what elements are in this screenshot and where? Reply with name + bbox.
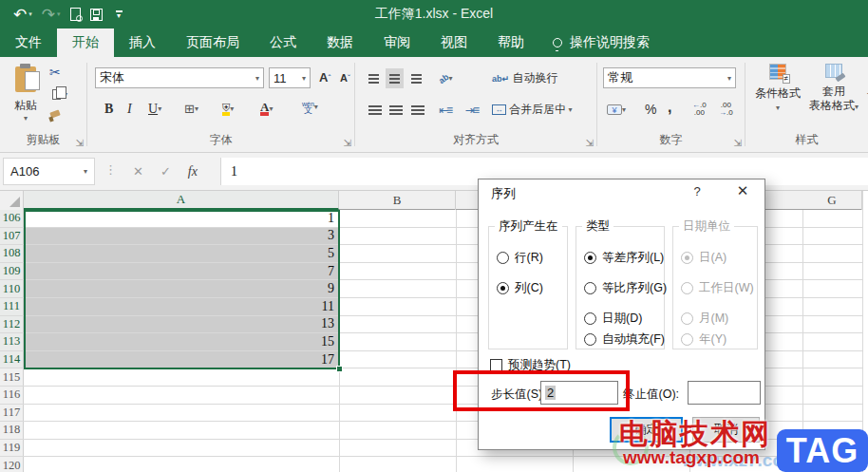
cell-styles-button-partial[interactable]: 单 (863, 65, 868, 99)
tell-me-search[interactable]: 操作说明搜索 (539, 28, 650, 57)
cut-button[interactable]: ✂ (49, 65, 67, 80)
radio-columns[interactable]: 列(C) (497, 280, 543, 296)
underline-button[interactable]: U▾ (144, 99, 165, 119)
cell-a107: 3 (24, 228, 339, 245)
decrease-indent-button[interactable]: ⇤≡ (435, 100, 455, 120)
trend-checkbox-row[interactable]: 预测趋势(T) (490, 357, 571, 373)
stop-value-input[interactable] (688, 381, 761, 405)
series-in-label: 序列产生在 (495, 218, 562, 235)
cell-a115 (24, 368, 339, 386)
clipboard-paste-icon (15, 66, 36, 92)
tell-me-label: 操作说明搜索 (570, 34, 650, 51)
insert-function-button[interactable]: fx (188, 164, 198, 179)
align-right-button[interactable] (407, 100, 428, 120)
step-value-input[interactable]: 2 (540, 381, 618, 405)
redo-button[interactable]: ↷▾ (42, 7, 61, 23)
font-dialog-launcher[interactable]: ⇲ (344, 138, 351, 148)
radio-icon (681, 282, 693, 294)
conditional-formatting-button[interactable]: 条件格式 ▾ (751, 65, 804, 115)
select-all-corner[interactable] (0, 191, 24, 210)
enter-entry-button[interactable]: ✓ (160, 164, 171, 179)
decrease-font-button[interactable]: Aˇ (336, 67, 354, 87)
bottom-align-button[interactable] (407, 68, 425, 88)
radio-month[interactable]: 月(M) (681, 311, 728, 327)
format-as-table-button[interactable]: 套用 表格格式▾ (808, 65, 859, 114)
radio-growth[interactable]: 等比序列(G) (584, 280, 667, 296)
accounting-format-button[interactable]: ¥▾ (603, 100, 630, 120)
column-header-b[interactable]: B (339, 191, 456, 210)
merge-center-button[interactable]: ↔ 合并后居中 ▾ (488, 100, 576, 120)
number-dialog-launcher[interactable]: ⇲ (734, 138, 742, 148)
row-120[interactable]: 120 (0, 457, 862, 472)
align-center-button[interactable] (386, 100, 406, 120)
cancel-button[interactable]: 取消 (692, 417, 760, 443)
italic-button[interactable]: I (123, 99, 136, 119)
stop-value-label: 终止值(O): (623, 387, 679, 403)
format-painter-icon (49, 110, 61, 122)
orientation-button[interactable]: ab▾ (435, 68, 457, 88)
column-header-g[interactable]: G (802, 191, 862, 210)
dialog-title-bar[interactable]: 序列 (479, 179, 764, 208)
radio-year[interactable]: 年(Y) (681, 331, 726, 348)
alignment-group: ab▾ ab↵ 自动换行 ⇤≡ ⇥≡ ↔ 合并后居中 ▾ 对齐方式 ⇲ (355, 57, 596, 152)
clipboard-dialog-launcher[interactable]: ⇲ (76, 138, 84, 148)
dialog-close-button[interactable]: ✕ (728, 182, 757, 203)
undo-button[interactable]: ↶▾ (13, 7, 32, 23)
format-painter-button[interactable] (49, 108, 67, 123)
paste-button[interactable]: 粘贴 ▾ (8, 65, 44, 139)
radio-autofill[interactable]: 自动填充(F) (584, 331, 665, 348)
tab-formulas[interactable]: 公式 (255, 28, 311, 57)
save-button[interactable] (90, 9, 103, 21)
fill-color-button[interactable]: ⛨▾ (218, 99, 237, 119)
radio-weekday[interactable]: 工作日(W) (681, 280, 754, 296)
column-header-a[interactable]: A (24, 191, 339, 210)
tab-home[interactable]: 开始 (57, 28, 114, 57)
tab-file[interactable]: 文件 (0, 28, 57, 57)
cancel-entry-button[interactable]: ✕ (133, 164, 143, 179)
checkbox-icon (490, 359, 502, 371)
phonetic-guide-button[interactable]: wén文▾ (298, 97, 322, 117)
tab-help[interactable]: 帮助 (482, 28, 539, 57)
customize-qat-button[interactable]: ▾ (116, 10, 123, 18)
increase-indent-button[interactable]: ⇥≡ (462, 100, 481, 120)
row-header: 117 (0, 405, 24, 422)
cell-a110: 9 (24, 280, 339, 297)
radio-day[interactable]: 日(A) (681, 250, 726, 266)
increase-font-button[interactable]: Aˆ (315, 67, 334, 87)
radio-date[interactable]: 日期(D) (584, 311, 642, 327)
middle-align-button[interactable] (386, 68, 404, 88)
top-align-button[interactable] (365, 68, 383, 88)
ok-button[interactable]: 确定 (610, 417, 683, 443)
print-preview-button[interactable] (70, 8, 81, 21)
font-name-combo[interactable]: 宋体▾ (95, 67, 264, 88)
wrap-text-button[interactable]: ab↵ 自动换行 (488, 68, 561, 88)
fill-color-icon: ⛨ (222, 103, 230, 116)
comma-style-button[interactable]: , (664, 97, 675, 117)
merge-center-icon: ↔ (492, 104, 506, 115)
tab-page-layout[interactable]: 页面布局 (171, 28, 255, 57)
namebox-splitter[interactable]: ⋮ (104, 162, 117, 177)
bold-button[interactable]: B (101, 99, 117, 119)
decrease-decimal-button[interactable]: .00→.0 (715, 99, 737, 119)
font-color-button[interactable]: A▾ (256, 99, 276, 119)
tab-review[interactable]: 审阅 (368, 28, 425, 57)
row-header: 109 (0, 263, 24, 280)
dialog-help-button[interactable]: ? (685, 184, 709, 203)
radio-icon (584, 252, 596, 264)
chevron-down-icon: ▾ (727, 74, 731, 83)
tab-view[interactable]: 视图 (425, 28, 482, 57)
font-size-combo[interactable]: 11▾ (269, 67, 311, 88)
borders-button[interactable]: ⊞▾ (180, 99, 202, 119)
alignment-dialog-launcher[interactable]: ⇲ (586, 138, 594, 148)
tab-insert[interactable]: 插入 (114, 28, 171, 57)
increase-decimal-button[interactable]: ←.0.00 (689, 99, 710, 119)
number-format-combo[interactable]: 常规▾ (603, 67, 736, 88)
copy-button[interactable]: ▾ (49, 86, 67, 102)
percent-style-button[interactable]: % (641, 99, 660, 119)
tab-data[interactable]: 数据 (311, 28, 368, 57)
align-left-button[interactable] (365, 100, 386, 120)
radio-linear[interactable]: 等差序列(L) (584, 250, 664, 266)
align-right-icon (411, 105, 425, 115)
radio-rows[interactable]: 行(R) (497, 250, 543, 266)
name-box[interactable]: A106 ▾ (3, 158, 95, 185)
